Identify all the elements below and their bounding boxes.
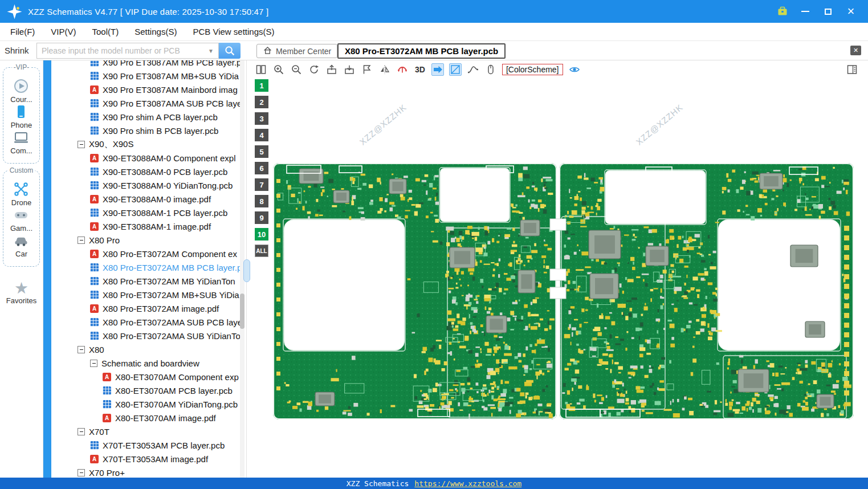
sidebar-item-car[interactable]: Car <box>10 233 32 258</box>
layer-button-7[interactable]: 7 <box>255 178 268 191</box>
mouse-tool-icon[interactable] <box>484 63 497 76</box>
collapse-toggle-icon[interactable] <box>78 237 85 244</box>
layer-button-2[interactable]: 2 <box>255 96 268 108</box>
left-sidebar: -VIP- Cour...PhoneCom... Custom DroneGam… <box>0 60 43 478</box>
layers-panel-icon[interactable] <box>846 64 858 78</box>
search-input[interactable] <box>37 46 208 55</box>
tree-item[interactable]: AX80 Pro-ET3072AM Component ex <box>51 247 240 260</box>
maximize-button[interactable] <box>821 5 835 18</box>
tree-group[interactable]: X70 Pro+ <box>51 466 240 478</box>
split-view-icon[interactable] <box>255 63 267 76</box>
tree-item[interactable]: X90 Pro ET3087AMA SUB PCB laye <box>51 96 240 110</box>
sidebar-item-phone[interactable]: Phone <box>10 104 32 129</box>
pdf-file-icon: A <box>90 154 99 162</box>
panel-collapse-handle[interactable] <box>243 259 250 282</box>
license-briefcase-icon[interactable] <box>776 5 789 18</box>
sidebar-item-com[interactable]: Com... <box>10 129 32 155</box>
tree-item[interactable]: AX70T-ET3053AM image.pdf <box>51 452 240 466</box>
layer-button-3[interactable]: 3 <box>255 112 268 125</box>
sidebar-item-gam[interactable]: Gam... <box>10 207 32 233</box>
rotate-icon[interactable] <box>308 63 320 76</box>
dropdown-caret-icon[interactable]: ▼ <box>208 48 218 54</box>
pcb-canvas[interactable] <box>247 76 868 478</box>
tree-item[interactable]: X80 Pro-ET3072AMA SUB YiDianTo <box>51 329 240 343</box>
collapse-toggle-icon[interactable] <box>90 360 97 367</box>
close-tab-icon[interactable]: ✕ <box>850 46 861 55</box>
close-button[interactable]: × <box>844 5 858 18</box>
tree-item[interactable]: X90 Pro shim A PCB layer.pcb <box>51 110 240 124</box>
tree-group[interactable]: X70T <box>51 425 240 438</box>
tree-item[interactable]: X80-ET3070AM YiDianTong.pcb <box>51 397 240 411</box>
extract-icon[interactable] <box>343 63 356 76</box>
collapse-toggle-icon[interactable] <box>78 428 85 435</box>
arrow-tool-icon[interactable] <box>431 63 444 76</box>
sidebar-item-drone[interactable]: Drone <box>10 181 32 207</box>
layer-button-5[interactable]: 5 <box>255 145 268 158</box>
sidebar-item-cour[interactable]: Cour... <box>10 78 32 104</box>
layer-button-4[interactable]: 4 <box>255 129 268 141</box>
tree-item[interactable]: X90 Pro ET3087AM MB PCB layer.p <box>51 60 240 69</box>
tree-item[interactable]: AX80 Pro-ET3072AM image.pdf <box>51 301 240 315</box>
zoom-in-icon[interactable] <box>272 63 285 76</box>
diagonal-measure-icon[interactable] <box>449 63 462 76</box>
search-button[interactable] <box>219 43 241 59</box>
tree-item[interactable]: X90 Pro ET3087AM MB+SUB YiDia <box>51 69 240 83</box>
layer-strip: 12345678910ALL <box>255 79 268 257</box>
tree-item[interactable]: X90 Pro shim B PCB layer.pcb <box>51 124 240 137</box>
tree-item[interactable]: AX90 Pro ET3087AM Mainbord imag <box>51 83 240 96</box>
colorscheme-button[interactable]: [ColorScheme] <box>502 64 563 75</box>
titlebar: XZZ Schematics V4.77 [ VIP Due date: 202… <box>0 0 868 23</box>
sidebar-item-favorites[interactable]: ★ Favorites <box>0 280 43 305</box>
tree-item[interactable]: AX80-ET3070AM image.pdf <box>51 411 240 425</box>
3d-view-button[interactable]: 3D <box>414 65 426 74</box>
tree-item[interactable]: X80 Pro-ET3072AM MB+SUB YiDia <box>51 288 240 301</box>
tree-item-label: X80-ET3070AM YiDianTong.pcb <box>115 400 238 409</box>
tree-item[interactable]: X80 Pro-ET3072AMA SUB PCB laye <box>51 315 240 329</box>
tree-item[interactable]: X90-ET3088AM-1 PCB layer.pcb <box>51 206 240 219</box>
tree-scrollbar-thumb[interactable] <box>240 294 244 329</box>
layer-button-6[interactable]: 6 <box>255 162 268 174</box>
eye-visibility-icon[interactable] <box>568 63 581 76</box>
flip-horizontal-icon[interactable] <box>378 63 391 76</box>
collapse-toggle-icon[interactable] <box>78 346 85 353</box>
mirror-red-icon[interactable] <box>396 63 409 76</box>
tree-group[interactable]: X90、X90S <box>51 137 240 151</box>
export-icon[interactable] <box>325 63 338 76</box>
tree-item[interactable]: X80 Pro-ET3072AM MB PCB layer.p <box>51 260 240 274</box>
zoom-out-icon[interactable] <box>290 63 303 76</box>
tree-group[interactable]: X80 Pro <box>51 233 240 247</box>
menu-settings[interactable]: Settings(S) <box>127 27 185 36</box>
collapse-toggle-icon[interactable] <box>78 469 85 476</box>
shrink-button[interactable]: Shrink <box>5 46 29 55</box>
flag-tool-icon[interactable] <box>361 63 373 76</box>
custom-group-label: Custom <box>8 166 35 174</box>
tree-item-label: X70T-ET3053AM PCB layer.pcb <box>103 441 225 450</box>
tab-active-pcb-file[interactable]: X80 Pro-ET3072AM MB PCB layer.pcb <box>337 43 506 59</box>
tree-group[interactable]: Schematic and boardview <box>51 356 240 370</box>
tree-item[interactable]: X90-ET3088AM-0 YiDianTong.pcb <box>51 178 240 192</box>
status-url-link[interactable]: https://www.xzztools.com <box>414 479 521 488</box>
curve-tool-icon[interactable] <box>467 63 479 76</box>
layer-button-9[interactable]: 9 <box>255 211 268 224</box>
tree-item[interactable]: AX80-ET3070AM Component exp <box>51 370 240 384</box>
menu-pcb-view-settings[interactable]: PCB View settings(S) <box>185 27 282 36</box>
tree-group[interactable]: X80 <box>51 343 240 356</box>
tree-item[interactable]: AX90-ET3088AM-0 image.pdf <box>51 192 240 206</box>
minimize-button[interactable] <box>798 5 812 18</box>
menu-tool[interactable]: Tool(T) <box>84 27 127 36</box>
tree-item[interactable]: AX90-ET3088AM-1 image.pdf <box>51 219 240 233</box>
layer-button-10[interactable]: 10 <box>255 228 268 241</box>
tree-item[interactable]: X90-ET3088AM-0 PCB layer.pcb <box>51 165 240 178</box>
member-center-button[interactable]: Member Center <box>256 44 337 58</box>
tree-item[interactable]: AX90-ET3088AM-0 Component expl <box>51 151 240 165</box>
tree-item[interactable]: X80 Pro-ET3072AM MB YiDianTon <box>51 274 240 288</box>
tree-item[interactable]: X80-ET3070AM PCB layer.pcb <box>51 384 240 397</box>
layer-button-1[interactable]: 1 <box>255 79 268 92</box>
sidebar-divider-strip[interactable] <box>43 60 51 478</box>
menu-file[interactable]: File(F) <box>2 27 43 36</box>
tree-item[interactable]: X70T-ET3053AM PCB layer.pcb <box>51 438 240 452</box>
collapse-toggle-icon[interactable] <box>78 141 85 148</box>
layer-button-8[interactable]: 8 <box>255 195 268 207</box>
menu-vip[interactable]: VIP(V) <box>43 27 84 36</box>
layer-button-all[interactable]: ALL <box>255 244 268 257</box>
